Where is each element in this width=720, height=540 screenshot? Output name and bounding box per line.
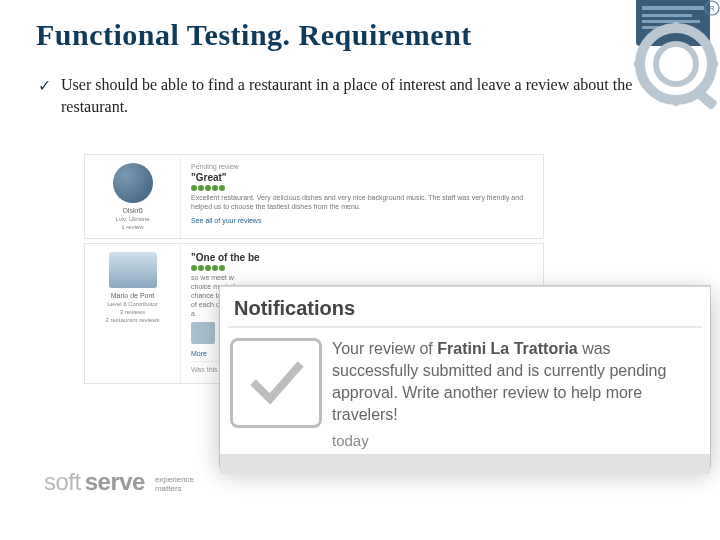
review-body: Excellent restaurant. Very delicious dis… — [191, 193, 533, 211]
rating-icon — [191, 265, 533, 271]
reviewer-name: Olskr0 — [122, 207, 142, 214]
reviewer-stat: 3 reviews — [120, 309, 145, 315]
review-title: "One of the be — [191, 252, 533, 263]
pending-label: Pending review — [191, 163, 533, 170]
checkmark-icon — [230, 338, 322, 428]
review-card: Olskr0 Lviv, Ukraine 1 review Pending re… — [84, 154, 544, 239]
requirement-text: User should be able to find a restaurant… — [61, 74, 678, 118]
review-photo — [191, 322, 215, 344]
rating-icon — [191, 185, 533, 191]
svg-line-15 — [698, 86, 704, 92]
notifications-heading: Notifications — [224, 293, 706, 326]
see-all-link: See all of your reviews — [191, 217, 533, 224]
check-icon: ✓ — [38, 74, 51, 118]
logo-serve: serve — [85, 468, 145, 496]
svg-rect-9 — [692, 86, 718, 110]
reviewer-location: Lviv, Ukraine — [115, 216, 149, 222]
logo-tagline: matters — [155, 484, 194, 493]
reviewer-name: Mario de Pont — [111, 292, 155, 299]
softserve-logo: softserve experience matters — [44, 468, 194, 496]
reviewer-level: Level 6 Contributor — [107, 301, 158, 307]
notif-place-name: Fratini La Trattoria — [437, 340, 577, 357]
slide-title: Functional Testing. Requirement — [36, 18, 684, 52]
notification-footer-bar — [220, 454, 710, 474]
avatar — [109, 252, 157, 288]
notification-time: today — [332, 432, 696, 449]
svg-text:R: R — [709, 4, 715, 13]
svg-rect-2 — [642, 14, 692, 17]
logo-tagline: experience — [155, 475, 194, 484]
svg-rect-1 — [642, 6, 704, 10]
notification-message: Your review of Fratini La Trattoria was … — [332, 338, 696, 426]
notif-text-prefix: Your review of — [332, 340, 437, 357]
review-title: "Great" — [191, 172, 533, 183]
reviewer-stat: 2 restaurant reviews — [105, 317, 159, 323]
logo-soft: soft — [44, 468, 81, 496]
svg-point-5 — [705, 1, 719, 15]
reviewer-stat: 1 review — [121, 224, 143, 230]
notification-panel: Notifications Your review of Fratini La … — [220, 286, 710, 467]
avatar — [113, 163, 153, 203]
requirement-bullet: ✓ User should be able to find a restaura… — [36, 74, 684, 118]
svg-line-17 — [698, 36, 704, 42]
